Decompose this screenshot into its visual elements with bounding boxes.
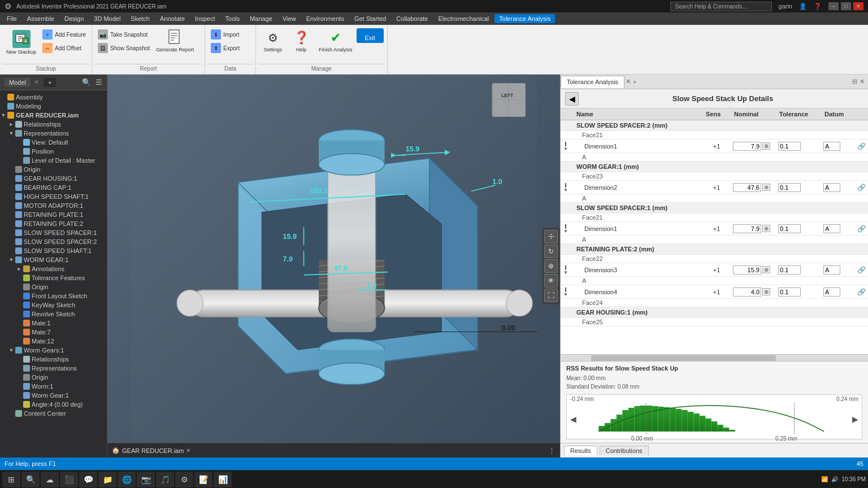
tree-item[interactable]: Modeling (0, 102, 107, 111)
search-bar[interactable]: Search Help & Commands... (670, 2, 772, 11)
menu-3dmodel[interactable]: 3D Model (89, 14, 125, 23)
tolerance-input[interactable] (778, 183, 801, 192)
menu-design[interactable]: Design (60, 14, 88, 23)
tree-item[interactable]: Origin (0, 373, 107, 382)
tree-item[interactable]: Front Layout Sketch (0, 291, 107, 300)
datum-input[interactable] (823, 142, 840, 151)
tolerance-input[interactable] (778, 287, 801, 297)
menu-get-started[interactable]: Get Started (350, 14, 390, 23)
settings-taskbar-button[interactable]: ⚙ (175, 472, 193, 487)
back-button[interactable]: ◀ (565, 92, 579, 106)
add-feature-button[interactable]: + Add Feature (40, 28, 88, 41)
tree-item[interactable]: Angle:4 (0.00 deg) (0, 400, 107, 409)
minimize-button[interactable]: – (828, 2, 839, 10)
generate-report-button[interactable]: Generate Report (153, 28, 197, 54)
scrollbar-thumb[interactable] (591, 355, 775, 361)
increment-icon[interactable]: ⊕ (762, 288, 770, 295)
task-view-button[interactable]: ☁ (41, 472, 59, 487)
increment-icon[interactable]: ⊕ (762, 184, 770, 191)
tree-item[interactable]: Origin (0, 165, 107, 174)
dim-link[interactable]: 🔗 (855, 140, 868, 153)
tree-expand[interactable]: ▼ (0, 112, 7, 118)
datum-input[interactable] (823, 183, 840, 192)
datum-input[interactable] (823, 224, 840, 233)
tree-item[interactable]: Assembly (0, 93, 107, 102)
link-icon[interactable]: 🔗 (857, 142, 866, 150)
dim-link[interactable]: 🔗 (855, 263, 868, 277)
link-icon[interactable]: 🔗 (857, 225, 866, 233)
tree-item[interactable]: ▼GEAR REDUCER.iam (0, 111, 107, 120)
tree-item[interactable]: Tolerance Features (0, 273, 107, 282)
close-viewport-tab[interactable]: ✕ (186, 447, 190, 454)
teams-button[interactable]: 💬 (79, 472, 97, 487)
tree-item[interactable]: SLOW SPEED SPACER:2 (0, 237, 107, 246)
tree-item[interactable]: Origin (0, 282, 107, 291)
menu-tolerance-analysis[interactable]: Tolerance Analysis (494, 14, 555, 23)
nominal-input[interactable] (733, 142, 761, 151)
dim-link[interactable]: 🔗 (855, 285, 868, 299)
dim-link[interactable]: 🔗 (855, 222, 868, 236)
export-button[interactable]: ⬆ Export (209, 42, 242, 54)
tree-item[interactable]: SLOW SPEED SHAFT:1 (0, 246, 107, 255)
pan-icon[interactable]: ☩ (544, 230, 558, 243)
menu-tools[interactable]: Tools (221, 14, 245, 23)
close-button[interactable]: ✕ (853, 2, 863, 10)
tree-expand[interactable]: ► (8, 121, 15, 127)
ta-close-icon[interactable]: ✕ (860, 78, 865, 85)
network-icon[interactable]: 📶 (821, 476, 828, 482)
tree-item[interactable]: ▼WORM GEAR:1 (0, 255, 107, 264)
menu-inspect[interactable]: Inspect (190, 14, 219, 23)
edge-button[interactable]: ⬛ (60, 472, 78, 487)
search-icon[interactable]: 🔍 (82, 78, 91, 86)
orbit-icon[interactable]: ↻ (544, 245, 558, 258)
tolerance-input[interactable] (778, 265, 801, 274)
menu-assemble[interactable]: Assemble (23, 14, 59, 23)
tolerance-input[interactable] (778, 142, 801, 151)
exit-button[interactable]: Exit (357, 28, 384, 43)
tree-item[interactable]: Representations (0, 364, 107, 373)
link-icon[interactable]: 🔗 (857, 266, 866, 274)
settings-button[interactable]: ⚙ Settings (259, 28, 287, 54)
tree-item[interactable]: ►Annotations (0, 264, 107, 273)
tree-item[interactable]: HIGH SPEED SHAFT:1 (0, 192, 107, 201)
tree-item[interactable]: GEAR HOUSING:1 (0, 174, 107, 183)
menu-annotate[interactable]: Annotate (155, 14, 189, 23)
tab-tolerance-analysis[interactable]: Tolerance Analysis (561, 76, 624, 88)
tree-item[interactable]: ►Relationships (0, 120, 107, 129)
menu-manage[interactable]: Manage (245, 14, 277, 23)
link-icon[interactable]: 🔗 (857, 288, 866, 296)
tree-item[interactable]: RETAINING PLATE:2 (0, 219, 107, 228)
tab-model[interactable]: Model (5, 78, 31, 87)
tree-item[interactable]: ▼Representations (0, 129, 107, 138)
tree-expand[interactable]: ▼ (8, 257, 15, 263)
take-snapshot-button[interactable]: 📷 Take Snapshot (96, 28, 152, 41)
help-button[interactable]: ❓ Help (288, 28, 315, 54)
viewport-file-tab[interactable]: GEAR REDUCER.iam (122, 447, 184, 454)
chrome-button[interactable]: 🌐 (118, 472, 136, 487)
start-button[interactable]: ⊞ (2, 472, 20, 487)
zoom-icon[interactable]: ⊕ (544, 259, 558, 273)
menu-view[interactable]: View (278, 14, 301, 23)
fullscreen-icon[interactable]: ⛶ (544, 289, 558, 302)
link-icon[interactable]: 🔗 (857, 184, 866, 191)
tree-item[interactable]: Mate:1 (0, 319, 107, 328)
new-stackup-button[interactable]: + New Stackup (3, 28, 39, 56)
tree-item[interactable]: ▼Worm Gears:1 (0, 346, 107, 355)
3d-viewport[interactable]: 15.9 103.1 1.0 15.9 7.9 4 (107, 75, 560, 457)
tree-item[interactable]: Level of Detail : Master (0, 156, 107, 165)
increment-icon[interactable]: ⊕ (762, 142, 770, 150)
tree-item[interactable]: MOTOR ADAPTOR:1 (0, 201, 107, 210)
close-ta-tab[interactable]: ✕ (626, 78, 631, 85)
add-offset-button[interactable]: ↔ Add Offset (40, 42, 88, 54)
chart-right-arrow[interactable]: ▶ (852, 415, 858, 424)
dim-link[interactable]: 🔗 (855, 181, 868, 194)
horizontal-scrollbar[interactable] (561, 354, 868, 361)
nominal-input[interactable] (733, 265, 761, 274)
menu-environments[interactable]: Environments (302, 14, 349, 23)
home-icon[interactable]: 🏠 (112, 447, 120, 454)
increment-icon[interactable]: ⊕ (762, 266, 770, 273)
tree-item[interactable]: SLOW SPEED SPACER:1 (0, 228, 107, 237)
powerpoint-button[interactable]: 📊 (214, 472, 232, 487)
tree-item[interactable]: Mate:7 (0, 328, 107, 337)
nominal-input[interactable] (733, 183, 761, 192)
